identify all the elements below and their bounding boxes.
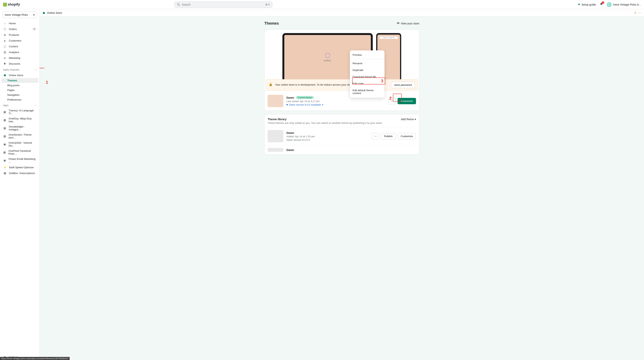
- theme-version-link[interactable]: Dawn version 9.0.0 available ▾: [286, 103, 385, 106]
- chevron-down-icon: ▾: [415, 118, 416, 121]
- app-socialwidget[interactable]: ▩Socialwidget - Instagra...: [0, 124, 40, 132]
- library-title: Theme library: [268, 118, 286, 121]
- theme-thumbnail: [268, 148, 283, 152]
- nav-marketing[interactable]: ◎Marketing: [0, 55, 40, 61]
- nav-home-label: Home: [9, 22, 16, 25]
- theme-saved: Last saved: Apr 14 at 3:17 pm: [286, 100, 385, 103]
- dropdown-edit-code[interactable]: Edit code: [350, 80, 384, 87]
- eye-icon: [396, 22, 400, 25]
- app-label: Swift Speed Optimize: [9, 166, 34, 169]
- current-theme-row: Dawn Current theme Last saved: Apr 14 at…: [264, 92, 419, 111]
- theme-thumbnail: [268, 95, 283, 107]
- nav-marketing-label: Marketing: [9, 57, 20, 60]
- library-row: Dawn Added: Apr 14 at 1:20 pm Dawn versi…: [264, 127, 419, 145]
- add-theme-button[interactable]: Add theme▾: [401, 118, 416, 121]
- theme-more-button[interactable]: ⋯: [388, 98, 396, 104]
- phone-lang-bar: English · US Dollar ($): [380, 37, 398, 39]
- library-row: Dawn: [264, 145, 419, 154]
- app-oneupsell[interactable]: ▣OneUpSell - Volume Dis...: [0, 140, 40, 148]
- app-oneetsy[interactable]: ▩OneEtsy: eBay Etsy Inte...: [0, 116, 40, 124]
- app-icon: ▩: [3, 110, 6, 114]
- app-label: Socialwidget - Instagra...: [9, 125, 36, 131]
- nav-home[interactable]: ⌂Home: [0, 20, 40, 26]
- chevron-right-icon[interactable]: ›: [36, 104, 36, 107]
- subnav-navigation[interactable]: Navigation: [0, 93, 40, 97]
- dropdown-download[interactable]: Download theme file: [350, 74, 384, 80]
- store-password-button[interactable]: store password: [391, 82, 415, 88]
- page-title: Themes: [264, 21, 279, 26]
- dots-icon: ⋯: [391, 99, 393, 103]
- store-icon: ☗: [3, 74, 6, 77]
- dots-icon: ⋯: [374, 135, 377, 138]
- lib-theme-version[interactable]: Dawn version 9.0.0 ▾: [286, 138, 369, 141]
- app-icon: ▩: [3, 118, 6, 122]
- app-icon: ▣: [3, 159, 6, 162]
- view-store-link[interactable]: View your store: [396, 22, 419, 25]
- subnav-themes[interactable]: Themes: [1, 78, 38, 83]
- app-icon: ▩: [3, 171, 6, 175]
- user-avatar-icon: [607, 2, 612, 7]
- subnav-blog[interactable]: Blog posts: [0, 83, 40, 88]
- app-transcy[interactable]: ▩Transcy: AI Language Tr...: [0, 108, 40, 116]
- dropdown-rename[interactable]: Rename: [350, 60, 384, 67]
- subnav-pages[interactable]: Pages: [0, 88, 40, 93]
- theme-version-text: Dawn version 9.0.0 available: [289, 103, 321, 106]
- nav-content[interactable]: ▢Content: [0, 44, 40, 49]
- user-menu[interactable]: Irene Vintage Picks A...: [607, 2, 641, 7]
- subnav-preferences[interactable]: Preferences: [0, 97, 40, 102]
- nav-discounts[interactable]: ✱Discounts: [0, 61, 40, 67]
- chevron-right-icon[interactable]: ›: [36, 69, 36, 71]
- lib-customize-button[interactable]: Customize: [398, 133, 416, 139]
- publish-button[interactable]: Publish: [381, 133, 396, 139]
- theme-library-card: Theme library Add theme▾ These themes ar…: [264, 114, 419, 155]
- dropdown-edit-default[interactable]: Edit default theme content: [350, 87, 384, 97]
- lib-theme-name: Dawn: [286, 131, 369, 134]
- section-sales-label: Sales channels: [3, 69, 20, 71]
- loading-text: Loading...: [323, 60, 332, 62]
- nav-orders[interactable]: ☐Orders1: [0, 26, 40, 32]
- library-subtitle: These themes are only visible to you. Yo…: [264, 122, 419, 127]
- current-theme-chip: Current theme: [296, 96, 314, 99]
- annotation-arrow-1: [40, 66, 46, 70]
- search-box[interactable]: ⌘ K: [174, 2, 272, 8]
- dot-icon: [286, 104, 288, 105]
- lib-theme-added: Added: Apr 14 at 1:20 pm: [286, 135, 369, 138]
- sidebar: Irene Vintage Picks ▾ ⌂Home ☐Orders1 ◈Pr…: [0, 9, 40, 360]
- dropdown-duplicate[interactable]: Duplicate: [350, 67, 384, 74]
- nav-discounts-label: Discounts: [9, 62, 20, 65]
- customize-button[interactable]: Customize: [398, 98, 416, 104]
- home-icon: ⌂: [3, 22, 6, 25]
- setup-guide-link[interactable]: ⚑ Setup guide: [578, 3, 596, 6]
- section-apps-label: Apps: [3, 104, 9, 107]
- nav-online-store[interactable]: ☗Online Store: [0, 72, 40, 78]
- pin-icon[interactable]: ⚲: [634, 11, 636, 15]
- nav-products[interactable]: ◈Products: [0, 32, 40, 38]
- nav-orders-label: Orders: [9, 28, 17, 31]
- app-swift[interactable]: ⚡Swift Speed Optimize: [0, 164, 40, 170]
- notifications-button[interactable]: 1: [600, 3, 603, 7]
- nav-analytics-label: Analytics: [9, 51, 19, 54]
- search-input[interactable]: [182, 3, 266, 6]
- more-icon[interactable]: ⋯: [638, 11, 641, 15]
- shopify-logo[interactable]: shopify: [3, 3, 20, 7]
- app-subbox[interactable]: ▩SubBox: Subscriptions: [0, 170, 40, 176]
- app-onesection[interactable]: ▩OneSection: Theme sect...: [0, 132, 40, 140]
- nav-analytics[interactable]: ▥Analytics: [0, 49, 40, 55]
- content-icon: ▢: [3, 45, 6, 48]
- app-onepixel[interactable]: ▩OnePixel Facebook Pixel,...: [0, 148, 40, 156]
- page-header-bar: ☗ Online Store ⚲ ⋯: [40, 9, 644, 17]
- app-label: Transcy: AI Language Tr...: [9, 109, 36, 115]
- app-icon: ▩: [3, 151, 6, 154]
- app-icon: ⚡: [3, 166, 6, 169]
- dropdown-preview[interactable]: Preview: [350, 52, 384, 58]
- lib-more-button[interactable]: ⋯: [372, 133, 379, 139]
- orders-badge: 1: [32, 28, 36, 30]
- app-flowio[interactable]: ▣Flowio Email Marketing, ...: [0, 156, 40, 164]
- shopify-icon: [3, 3, 7, 7]
- section-sales-channels: Sales channels›: [0, 67, 40, 72]
- lib-theme-name: Dawn: [286, 148, 416, 152]
- store-selector[interactable]: Irene Vintage Picks ▾: [2, 12, 37, 18]
- theme-thumbnail: [268, 130, 283, 142]
- nav-customers[interactable]: ▲Customers: [0, 38, 40, 44]
- app-icon: ▣: [3, 143, 6, 146]
